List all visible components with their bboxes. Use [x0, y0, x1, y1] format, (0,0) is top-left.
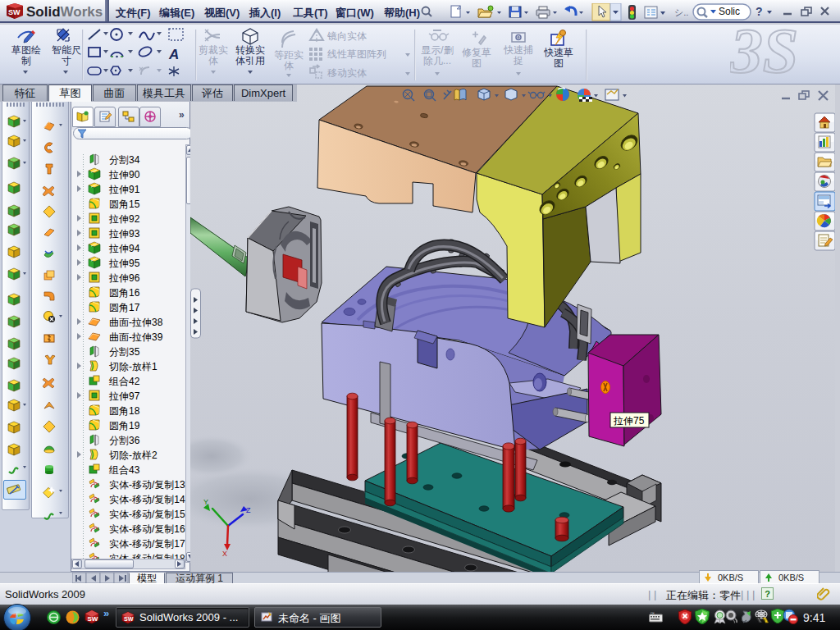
- svg-text:シ..: シ..: [674, 7, 688, 17]
- svg-text:CH: CH: [651, 612, 654, 615]
- svg-text:SW: SW: [88, 615, 98, 623]
- svg-text:Z: Z: [246, 506, 251, 514]
- svg-text:A: A: [168, 47, 179, 62]
- svg-text:Y: Y: [203, 498, 208, 506]
- svg-text:拉伸75: 拉伸75: [613, 415, 645, 427]
- svg-text:SW: SW: [124, 616, 134, 623]
- svg-text:X: X: [222, 550, 227, 558]
- svg-text:SolidWorks: SolidWorks: [26, 4, 103, 20]
- svg-text:!: !: [764, 619, 765, 623]
- svg-text:SW: SW: [8, 8, 21, 16]
